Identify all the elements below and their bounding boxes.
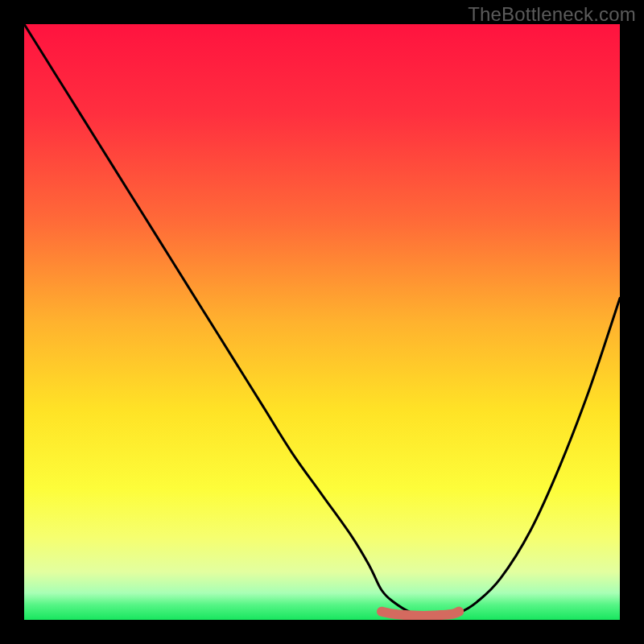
optimal-range-marker xyxy=(382,612,459,616)
watermark-text: TheBottleneck.com xyxy=(468,3,636,26)
bottleneck-chart xyxy=(24,24,620,620)
chart-frame: TheBottleneck.com xyxy=(0,0,644,644)
